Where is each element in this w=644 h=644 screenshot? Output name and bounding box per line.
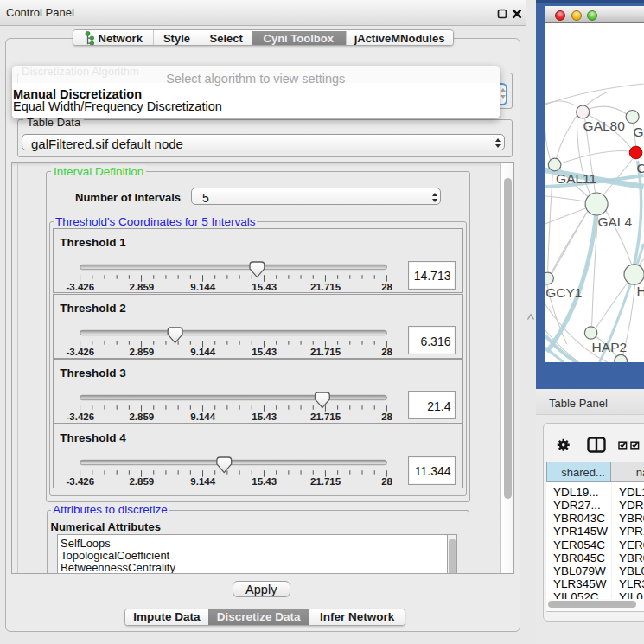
svg-text:HAP2: HAP2 [592,340,628,354]
svg-text:GA: GA [634,124,644,139]
svg-text:C: C [637,161,644,175]
svg-text:GAL80: GAL80 [583,118,626,133]
svg-text:GAL11: GAL11 [556,171,596,186]
svg-text:GAL4: GAL4 [598,214,633,229]
svg-text:H: H [637,284,644,298]
svg-text:GCY1: GCY1 [546,285,583,300]
